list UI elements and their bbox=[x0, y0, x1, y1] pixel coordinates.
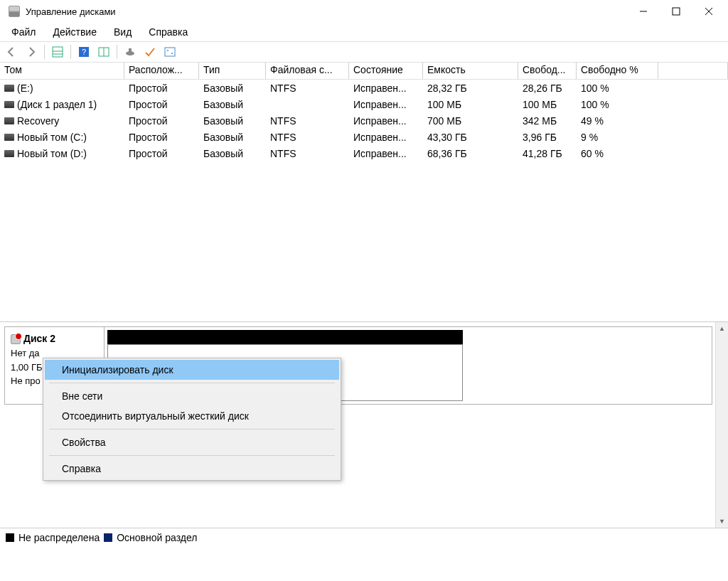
legend-unallocated-swatch bbox=[6, 533, 14, 542]
scrollbar[interactable]: ▲ ▼ bbox=[715, 322, 728, 528]
menu-view[interactable]: Вид bbox=[105, 25, 140, 39]
volume-layout: Простой bbox=[124, 148, 199, 159]
disk-error-icon bbox=[11, 334, 21, 344]
volume-row[interactable]: Новый том (C:)ПростойБазовыйNTFSИсправен… bbox=[0, 129, 728, 145]
col-type[interactable]: Тип bbox=[199, 63, 266, 79]
context-detach-vhd[interactable]: Отсоединить виртуальный жесткий диск bbox=[45, 406, 339, 426]
context-separator bbox=[49, 429, 335, 430]
volume-icon bbox=[4, 117, 14, 124]
window-title: Управление дисками bbox=[26, 6, 627, 17]
scroll-up-icon[interactable]: ▲ bbox=[716, 322, 728, 335]
scroll-down-icon[interactable]: ▼ bbox=[716, 515, 728, 528]
menu-file[interactable]: Файл bbox=[3, 25, 44, 39]
help-icon[interactable]: ? bbox=[75, 43, 92, 60]
context-offline[interactable]: Вне сети bbox=[45, 386, 339, 406]
legend: Не распределена Основной раздел bbox=[0, 528, 728, 546]
disk-bar-header bbox=[107, 330, 463, 344]
minimize-button[interactable] bbox=[627, 1, 660, 22]
col-filesystem[interactable]: Файловая с... bbox=[266, 63, 349, 79]
title-bar: Управление дисками bbox=[0, 0, 728, 23]
volume-free-percent: 49 % bbox=[577, 115, 658, 127]
legend-primary-label: Основной раздел bbox=[117, 532, 197, 543]
volume-list[interactable]: (E:)ПростойБазовыйNTFSИсправен...28,32 Г… bbox=[0, 80, 728, 321]
volume-free: 342 МБ bbox=[518, 115, 577, 127]
col-volume[interactable]: Том bbox=[0, 63, 124, 79]
context-initialize-disk[interactable]: Инициализировать диск bbox=[45, 360, 339, 380]
back-button[interactable] bbox=[3, 43, 20, 60]
volume-free-percent: 9 % bbox=[577, 132, 658, 143]
volume-row[interactable]: (E:)ПростойБазовыйNTFSИсправен...28,32 Г… bbox=[0, 80, 728, 96]
disk-pane: ▲ ▼ Диск 2 Нет да 1,00 ГБ Не про Инициал… bbox=[0, 321, 728, 528]
col-free-percent[interactable]: Свободно % bbox=[577, 63, 658, 79]
window-controls bbox=[627, 1, 725, 22]
svg-point-14 bbox=[167, 50, 168, 51]
volume-free: 100 МБ bbox=[518, 99, 577, 110]
volume-free: 41,28 ГБ bbox=[518, 148, 577, 159]
volume-name: Новый том (D:) bbox=[17, 148, 87, 159]
legend-unallocated-label: Не распределена bbox=[18, 532, 100, 543]
volume-layout: Простой bbox=[124, 82, 199, 94]
menu-help[interactable]: Справка bbox=[140, 25, 196, 39]
volume-capacity: 28,32 ГБ bbox=[423, 82, 518, 94]
col-layout[interactable]: Располож... bbox=[124, 63, 199, 79]
volume-row[interactable]: Новый том (D:)ПростойБазовыйNTFSИсправен… bbox=[0, 145, 728, 161]
volume-layout: Простой bbox=[124, 99, 199, 110]
volume-status: Исправен... bbox=[349, 82, 423, 94]
context-separator bbox=[49, 383, 335, 383]
maximize-button[interactable] bbox=[660, 1, 692, 22]
context-properties[interactable]: Свойства bbox=[45, 432, 339, 452]
volume-free-percent: 100 % bbox=[577, 99, 658, 110]
volume-name: (E:) bbox=[17, 82, 33, 94]
toolbar-btn-5[interactable] bbox=[141, 43, 159, 60]
svg-rect-4 bbox=[53, 47, 63, 57]
col-free[interactable]: Свобод... bbox=[518, 63, 577, 79]
volume-capacity: 68,36 ГБ bbox=[423, 148, 518, 159]
volume-fs: NTFS bbox=[266, 82, 349, 94]
volume-type: Базовый bbox=[199, 99, 266, 110]
col-extra[interactable] bbox=[658, 63, 728, 79]
volume-status: Исправен... bbox=[349, 115, 423, 127]
volume-name: Recovery bbox=[17, 115, 59, 127]
volume-fs: NTFS bbox=[266, 132, 349, 143]
volume-icon bbox=[4, 150, 14, 157]
disk-name: Диск 2 bbox=[11, 331, 98, 346]
volume-capacity: 43,30 ГБ bbox=[423, 132, 518, 143]
col-capacity[interactable]: Емкость bbox=[423, 63, 518, 79]
volume-status: Исправен... bbox=[349, 132, 423, 143]
toolbar: ? bbox=[0, 41, 728, 63]
volume-type: Базовый bbox=[199, 82, 266, 94]
volume-status: Исправен... bbox=[349, 148, 423, 159]
volume-free-percent: 100 % bbox=[577, 82, 658, 94]
volume-free: 3,96 ГБ bbox=[518, 132, 577, 143]
toolbar-btn-3[interactable] bbox=[95, 43, 112, 60]
volume-layout: Простой bbox=[124, 132, 199, 143]
volume-layout: Простой bbox=[124, 115, 199, 127]
volume-row[interactable]: RecoveryПростойБазовыйNTFSИсправен...700… bbox=[0, 112, 728, 129]
volume-type: Базовый bbox=[199, 115, 266, 127]
col-status[interactable]: Состояние bbox=[349, 63, 423, 79]
close-button[interactable] bbox=[692, 1, 725, 22]
svg-rect-1 bbox=[673, 8, 680, 15]
disk-name-label: Диск 2 bbox=[23, 331, 55, 346]
volume-icon bbox=[4, 134, 14, 141]
toolbar-btn-4[interactable] bbox=[122, 43, 139, 60]
svg-text:?: ? bbox=[82, 48, 86, 56]
volume-capacity: 100 МБ bbox=[423, 99, 518, 110]
volume-row[interactable]: (Диск 1 раздел 1)ПростойБазовыйИсправен.… bbox=[0, 96, 728, 112]
volume-free: 28,26 ГБ bbox=[518, 82, 577, 94]
context-separator bbox=[49, 455, 335, 456]
volume-list-header: Том Располож... Тип Файловая с... Состоя… bbox=[0, 63, 728, 80]
volume-fs: NTFS bbox=[266, 148, 349, 159]
volume-icon bbox=[4, 101, 14, 108]
forward-button[interactable] bbox=[23, 43, 40, 60]
app-icon bbox=[9, 6, 20, 17]
svg-rect-13 bbox=[165, 48, 175, 56]
menu-action[interactable]: Действие bbox=[44, 25, 105, 39]
context-help[interactable]: Справка bbox=[45, 459, 339, 479]
toolbar-btn-6[interactable] bbox=[161, 43, 178, 60]
context-menu: Инициализировать диск Вне сети Отсоедини… bbox=[43, 358, 341, 481]
scroll-track[interactable] bbox=[716, 335, 728, 515]
legend-primary-swatch bbox=[104, 533, 112, 542]
toolbar-btn-1[interactable] bbox=[49, 43, 66, 60]
volume-free-percent: 60 % bbox=[577, 148, 658, 159]
